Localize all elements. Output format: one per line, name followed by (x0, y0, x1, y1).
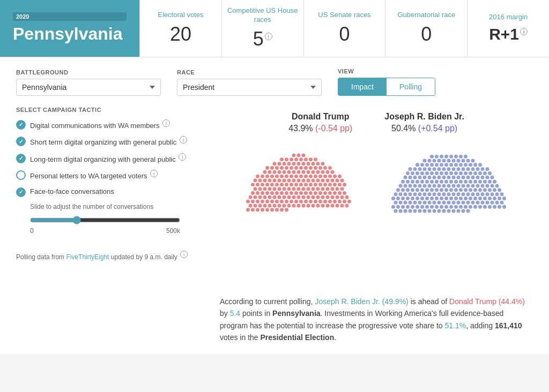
svg-point-145 (338, 191, 342, 195)
svg-point-250 (469, 163, 472, 167)
svg-point-420 (409, 201, 412, 205)
battleground-select[interactable]: Pennsylvania (16, 79, 161, 96)
svg-point-325 (488, 179, 492, 183)
svg-point-421 (413, 201, 417, 205)
svg-point-147 (249, 195, 253, 199)
state-name: Pennsylvania (13, 24, 127, 44)
trump-dots-svg (237, 144, 360, 267)
fivethirtyeight-link[interactable]: FiveThirtyEight (66, 253, 109, 261)
svg-point-45 (307, 170, 310, 174)
svg-point-413 (488, 197, 492, 200)
conversations-slider[interactable] (30, 216, 180, 224)
svg-point-119 (307, 187, 310, 191)
svg-point-324 (483, 179, 487, 183)
tactic-checkbox-4[interactable] (16, 170, 26, 180)
svg-point-409 (469, 197, 472, 200)
svg-point-9 (309, 157, 313, 161)
svg-point-394 (396, 197, 400, 200)
svg-point-47 (316, 170, 320, 174)
svg-point-210 (345, 203, 349, 207)
svg-point-10 (314, 157, 317, 161)
svg-point-115 (287, 187, 291, 191)
svg-point-105 (333, 183, 337, 186)
stat-house-races-label: Competitive US House races (226, 6, 299, 25)
svg-point-257 (428, 167, 432, 171)
svg-point-275 (430, 171, 434, 175)
svg-point-246 (449, 163, 453, 167)
svg-point-19 (311, 162, 315, 165)
svg-point-81 (311, 178, 315, 182)
view-polling-button[interactable]: Polling (387, 78, 435, 95)
svg-point-287 (488, 171, 492, 175)
svg-point-86 (336, 178, 339, 182)
info-icon-t3[interactable]: i (179, 153, 186, 161)
svg-point-344 (481, 184, 485, 187)
tactic-label-1: Digital communications with WA members i (30, 119, 170, 131)
svg-point-161 (316, 195, 320, 199)
tactic-checkbox-3[interactable] (16, 154, 26, 163)
tactic-checkbox-2[interactable] (16, 137, 26, 146)
svg-point-129 (261, 191, 264, 195)
race-select[interactable]: President (177, 79, 322, 96)
svg-point-168 (246, 199, 250, 203)
svg-point-207 (331, 203, 335, 207)
svg-point-331 (418, 184, 422, 187)
svg-point-79 (302, 178, 306, 182)
svg-point-70 (258, 178, 262, 182)
info-icon-t1[interactable]: i (162, 119, 170, 127)
biden-polling-ref: Joseph R. Biden Jr. (49.9%) (315, 297, 408, 306)
svg-point-451 (444, 205, 448, 208)
info-icon-polling[interactable]: i (180, 251, 188, 258)
polling-note: Polling data from FiveThirtyEight update… (16, 251, 209, 262)
svg-point-401 (430, 197, 434, 200)
svg-point-101 (314, 183, 317, 186)
info-icon-house[interactable]: i (265, 33, 272, 40)
svg-point-176 (285, 199, 288, 203)
svg-point-443 (406, 205, 410, 208)
svg-point-444 (411, 205, 414, 208)
info-icon-t4[interactable]: i (150, 170, 158, 177)
svg-point-360 (454, 188, 458, 192)
info-icon-t2[interactable]: i (180, 136, 187, 144)
svg-point-98 (299, 183, 303, 186)
svg-point-170 (256, 199, 259, 203)
svg-point-336 (442, 184, 446, 187)
svg-point-359 (449, 188, 453, 192)
svg-point-227 (464, 154, 468, 158)
svg-point-417 (394, 201, 398, 205)
svg-point-316 (444, 179, 448, 183)
svg-point-297 (447, 176, 451, 179)
svg-point-290 (413, 176, 417, 179)
svg-point-181 (309, 199, 313, 203)
svg-point-446 (420, 205, 424, 208)
svg-point-253 (409, 167, 412, 171)
svg-point-406 (454, 197, 458, 200)
svg-point-284 (473, 171, 477, 175)
svg-point-457 (473, 205, 477, 208)
view-impact-button[interactable]: Impact (338, 78, 387, 95)
svg-point-48 (321, 170, 325, 174)
svg-point-43 (297, 170, 301, 174)
svg-point-434 (476, 201, 480, 205)
svg-point-94 (280, 183, 284, 186)
svg-point-180 (304, 199, 308, 203)
svg-point-56 (280, 174, 284, 178)
svg-point-137 (299, 191, 303, 195)
svg-point-452 (449, 205, 453, 208)
svg-point-54 (270, 174, 274, 178)
svg-point-213 (256, 208, 259, 212)
svg-point-30 (304, 166, 308, 170)
tactic-checkbox-1[interactable] (16, 120, 26, 130)
svg-point-305 (486, 176, 489, 179)
tactic-section-title: SELECT CAMPAIGN TACTIC (16, 107, 209, 113)
svg-point-38 (273, 170, 277, 174)
svg-point-201 (302, 203, 306, 207)
svg-point-142 (323, 191, 327, 195)
tactic-checkbox-5[interactable] (16, 187, 26, 197)
svg-point-163 (326, 195, 330, 199)
svg-point-104 (328, 183, 332, 186)
info-icon-margin[interactable]: i (520, 28, 528, 35)
svg-point-277 (440, 171, 443, 175)
svg-point-58 (290, 174, 293, 178)
svg-point-274 (425, 171, 429, 175)
